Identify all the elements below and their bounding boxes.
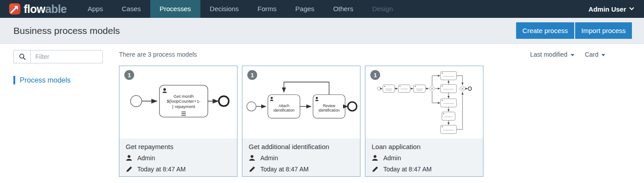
main-nav: Apps Cases Processes Decisions Forms Pag… xyxy=(78,0,402,18)
card-modified-row: Today at 8:47 AM xyxy=(249,166,354,173)
filter-input[interactable] xyxy=(31,50,102,63)
page-title: Business process models xyxy=(13,25,120,36)
user-menu[interactable]: Admin User xyxy=(589,0,644,18)
card-author-row: Admin xyxy=(126,154,231,162)
search-icon xyxy=(14,50,31,63)
process-card-loan-application[interactable]: 1 xyxy=(365,66,483,177)
top-navbar: flowable Apps Cases Processes Decisions … xyxy=(0,0,644,18)
caret-down-icon xyxy=(571,54,574,56)
card-modified: Today at 8:47 AM xyxy=(137,166,186,173)
process-card-get-additional-identification[interactable]: 1 xyxy=(242,66,360,177)
user-menu-label: Admin User xyxy=(589,5,626,13)
card-title: Loan application xyxy=(372,143,477,150)
card-author: Admin xyxy=(137,154,155,162)
sort-area: Last modified Card xyxy=(530,51,605,58)
card-modified-row: Today at 8:47 AM xyxy=(126,166,231,173)
loop-back-flow xyxy=(284,82,329,95)
flowable-brand[interactable]: flowable xyxy=(0,0,78,18)
filter-group xyxy=(13,50,103,63)
page-header: Business process models Create process I… xyxy=(0,18,644,44)
nav-item-apps[interactable]: Apps xyxy=(78,0,112,18)
card-author-row: Admin xyxy=(372,154,477,162)
version-badge: 1 xyxy=(124,70,134,80)
task-shapes xyxy=(377,71,456,133)
pencil-icon xyxy=(249,166,255,172)
model-count-text: There are 3 process models xyxy=(119,51,197,58)
flowable-logo-icon xyxy=(9,3,21,15)
end-event xyxy=(219,96,229,106)
card-modified-row: Today at 8:47 AM xyxy=(372,166,477,173)
main-panel: There are 3 process models Last modified… xyxy=(119,50,631,177)
process-card-get-repayments[interactable]: 1 xyxy=(119,66,237,177)
navbar-spacer xyxy=(402,0,589,18)
svg-text:identification: identification xyxy=(318,108,339,112)
view-mode-label: Card xyxy=(585,51,598,58)
header-buttons: Create process Import process xyxy=(516,22,632,39)
version-badge: 1 xyxy=(370,70,380,80)
end-event xyxy=(468,87,471,91)
svg-text:Attach: Attach xyxy=(278,104,289,108)
import-process-button[interactable]: Import process xyxy=(575,22,632,39)
sidebar-nav: Process models xyxy=(13,76,103,84)
pencil-icon xyxy=(372,166,378,172)
card-modified: Today at 8:47 AM xyxy=(383,166,432,173)
version-badge: 1 xyxy=(247,70,257,80)
nav-item-pages[interactable]: Pages xyxy=(286,0,324,18)
svg-text:} repayment: } repayment xyxy=(172,104,195,109)
mini-person-icons xyxy=(384,73,444,127)
card-footer: Loan application Admin Today at 8:47 AM xyxy=(365,138,483,176)
caret-down-icon xyxy=(602,54,605,56)
pencil-icon xyxy=(126,166,132,172)
bpmn-thumbnail: Attach identification Review identificat… xyxy=(242,66,360,138)
card-title: Get additional identification xyxy=(249,143,354,150)
nav-item-decisions[interactable]: Decisions xyxy=(200,0,248,18)
sidebar: Process models xyxy=(13,50,103,177)
sidebar-item-process-models[interactable]: Process models xyxy=(13,76,103,84)
sort-dropdown[interactable]: Last modified xyxy=(530,51,574,58)
content: Process models There are 3 process model… xyxy=(0,44,644,177)
bpmn-thumbnail xyxy=(365,66,483,138)
person-icon xyxy=(249,155,255,161)
card-title: Get repayments xyxy=(126,143,231,150)
end-event xyxy=(347,102,356,111)
nav-item-others[interactable]: Others xyxy=(324,0,363,18)
svg-text:Get month: Get month xyxy=(174,94,194,99)
brand-wordmark: flowable xyxy=(24,0,67,18)
sort-dropdown-label: Last modified xyxy=(530,51,567,58)
nav-item-processes[interactable]: Processes xyxy=(150,0,200,18)
card-modified: Today at 8:47 AM xyxy=(260,166,309,173)
card-author-row: Admin xyxy=(249,154,354,162)
view-mode-dropdown[interactable]: Card xyxy=(585,51,605,58)
nav-item-forms[interactable]: Forms xyxy=(248,0,286,18)
card-author: Admin xyxy=(260,154,278,162)
bpmn-thumbnail: Get month ${loopCounter+1- } repayment xyxy=(119,66,237,138)
card-footer: Get additional identification Admin Toda… xyxy=(242,138,360,176)
start-event xyxy=(246,102,256,111)
create-process-button[interactable]: Create process xyxy=(516,22,574,39)
svg-text:${loopCounter+1-: ${loopCounter+1- xyxy=(166,99,200,104)
person-icon xyxy=(126,155,132,161)
process-model-cards: 1 xyxy=(119,66,631,177)
person-icon xyxy=(372,155,378,161)
list-header: There are 3 process models Last modified… xyxy=(119,50,631,59)
card-author: Admin xyxy=(383,154,401,162)
nav-item-cases[interactable]: Cases xyxy=(112,0,150,18)
svg-text:identification: identification xyxy=(273,108,294,112)
chevron-down-icon xyxy=(629,7,634,11)
start-event xyxy=(130,96,141,107)
nav-item-design[interactable]: Design xyxy=(363,0,402,18)
svg-text:Review: Review xyxy=(322,104,335,108)
card-footer: Get repayments Admin Today at 8:47 AM xyxy=(119,138,237,176)
